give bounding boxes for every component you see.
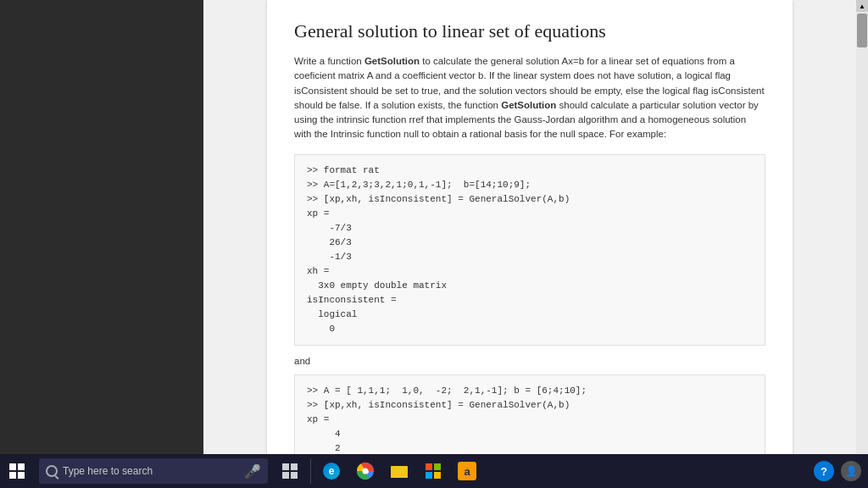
taskbar: Type here to search 🎤 e (0, 454, 868, 488)
svg-rect-1 (291, 463, 298, 470)
start-button[interactable] (0, 454, 34, 488)
question-button[interactable]: ? (814, 461, 834, 481)
separator-1 (310, 458, 311, 484)
person-button[interactable]: 👤 (841, 461, 861, 481)
doc-page: General solution to linear set of equati… (267, 0, 793, 488)
page-title: General solution to linear set of equati… (294, 20, 765, 42)
svg-rect-10 (434, 463, 441, 470)
store-button[interactable] (416, 454, 450, 488)
code-block-1: >> format rat >> A=[1,2,3;3,2,1;0,1,-1];… (294, 154, 765, 347)
svg-rect-2 (282, 472, 289, 479)
edge-button[interactable]: e (314, 454, 348, 488)
function-name-1: GetSolution (364, 56, 420, 66)
chrome-button[interactable] (348, 454, 382, 488)
svg-point-6 (363, 469, 369, 474)
svg-rect-11 (426, 472, 432, 479)
chrome-icon (356, 462, 375, 480)
amazon-button[interactable]: a (450, 454, 484, 488)
scroll-thumb[interactable] (857, 14, 867, 47)
search-box[interactable]: Type here to search 🎤 (39, 458, 268, 484)
main-content: General solution to linear set of equati… (0, 0, 868, 488)
file-explorer-button[interactable] (382, 454, 416, 488)
svg-rect-9 (426, 463, 432, 470)
left-panel (0, 0, 203, 488)
task-view-icon (281, 463, 298, 480)
svg-rect-3 (291, 472, 298, 479)
microphone-icon[interactable]: 🎤 (244, 463, 261, 480)
edge-icon: e (323, 463, 340, 480)
windows-logo-icon (9, 463, 25, 479)
task-view-button[interactable] (273, 454, 307, 488)
function-name-2: GetSolution (501, 100, 556, 110)
file-explorer-icon (390, 462, 409, 480)
svg-rect-12 (434, 472, 441, 479)
scroll-up-arrow[interactable]: ▲ (856, 0, 868, 12)
page-description: Write a function GetSolution to calculat… (294, 54, 765, 142)
svg-rect-0 (282, 463, 289, 470)
amazon-icon: a (458, 462, 476, 480)
store-icon (424, 462, 442, 480)
doc-area[interactable]: General solution to linear set of equati… (203, 0, 856, 488)
svg-rect-8 (391, 469, 408, 478)
scrollbar[interactable]: ▲ (856, 0, 868, 488)
and-label-1: and (294, 356, 765, 366)
system-tray: ? 👤 (814, 461, 868, 481)
search-placeholder: Type here to search (63, 465, 153, 477)
search-icon (46, 465, 58, 477)
